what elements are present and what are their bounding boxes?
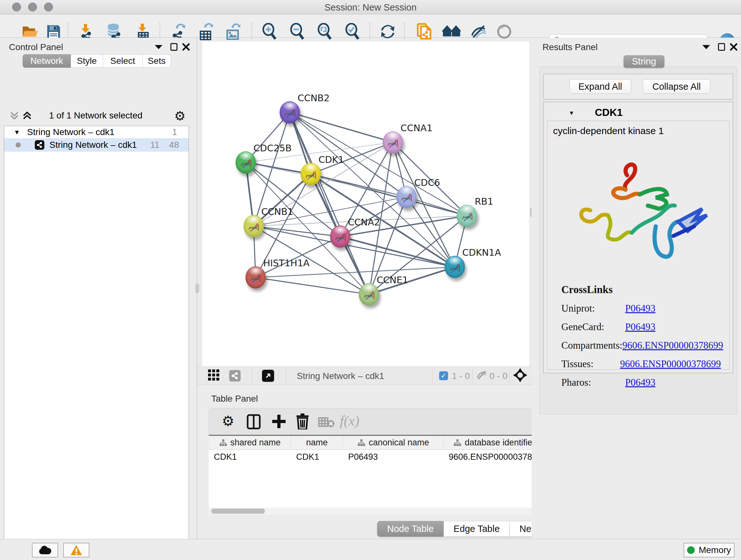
delete-table-icon bbox=[318, 417, 335, 429]
network-node-ccna1[interactable] bbox=[383, 131, 403, 153]
function-builder-icon: f(x) bbox=[340, 413, 359, 429]
zoom-out-icon[interactable] bbox=[289, 23, 306, 42]
zoom-selected-icon[interactable] bbox=[345, 23, 360, 42]
network-node-ccne1[interactable] bbox=[359, 283, 379, 306]
tab-select[interactable]: Select bbox=[103, 54, 143, 68]
hide-selected-icon[interactable] bbox=[470, 24, 487, 40]
table-cell[interactable]: CDK1 bbox=[209, 450, 291, 464]
string-results-tab[interactable]: String bbox=[623, 55, 664, 68]
results-panel-float-button[interactable] bbox=[701, 42, 712, 52]
network-node-cdkn1a[interactable] bbox=[445, 256, 465, 278]
collection-expand-arrow-icon[interactable]: ▼ bbox=[14, 129, 20, 136]
network-list: ▼ String Network – cdk1 1 String Network… bbox=[4, 126, 189, 560]
network-name: String Network – cdk1 bbox=[50, 140, 137, 150]
gene-collapse-arrow-icon[interactable]: ▼ bbox=[569, 110, 575, 117]
toolbar-separator bbox=[369, 23, 370, 39]
column-header-canonical-name[interactable]: canonical name bbox=[343, 436, 444, 449]
network-node-ccna2[interactable] bbox=[330, 226, 350, 248]
network-node-hist1h1a[interactable] bbox=[246, 266, 266, 289]
memory-button[interactable]: Memory bbox=[684, 543, 735, 557]
table-cell[interactable]: CDK1 bbox=[291, 450, 343, 464]
title-bar: Session: New Session bbox=[0, 0, 741, 14]
expand-all-networks-icon[interactable] bbox=[22, 111, 32, 122]
crosslink-genecard-link[interactable]: P06493 bbox=[625, 321, 656, 333]
zoom-fit-icon[interactable] bbox=[317, 23, 333, 42]
table-cell[interactable]: P06493 bbox=[343, 450, 444, 464]
collapse-all-button[interactable]: Collapse All bbox=[643, 79, 711, 94]
current-network-dot-icon bbox=[16, 142, 21, 147]
expand-all-button[interactable]: Expand All bbox=[569, 79, 631, 94]
selected-checkbox-icon[interactable]: ✓ bbox=[439, 371, 448, 380]
close-icon bbox=[182, 43, 190, 51]
memory-status-dot-icon bbox=[687, 546, 695, 554]
zoom-in-icon[interactable] bbox=[262, 23, 278, 42]
results-panel-maximize-button[interactable] bbox=[716, 42, 727, 52]
cloud-status-button[interactable] bbox=[32, 543, 58, 557]
tab-style[interactable]: Style bbox=[71, 54, 103, 68]
protein-thumbnail-icon bbox=[459, 209, 475, 225]
column-header-shared-name[interactable]: shared name bbox=[209, 436, 291, 449]
tab-edge-table[interactable]: Edge Table bbox=[444, 521, 510, 537]
scrollbar-thumb[interactable] bbox=[211, 509, 265, 514]
crosslink-row: Pharos:P06493 bbox=[561, 377, 721, 388]
left-splitter-handle[interactable] bbox=[195, 284, 199, 293]
gene-symbol: CDK1 bbox=[595, 107, 623, 118]
network-edge[interactable] bbox=[256, 277, 369, 294]
control-panel-float-button[interactable] bbox=[153, 42, 164, 52]
column-header-database-identifier[interactable]: database identifier bbox=[444, 436, 545, 449]
table-cell[interactable]: 9606.ENSP00000378699 bbox=[444, 450, 545, 464]
network-edge[interactable] bbox=[256, 237, 340, 277]
network-view-mode-icon[interactable] bbox=[229, 370, 241, 381]
network-node-cdc25b[interactable] bbox=[235, 151, 256, 174]
crosslink-tissues-link[interactable]: 9606.ENSP00000378699 bbox=[620, 358, 721, 370]
table-options-gear-icon[interactable]: ⚙ bbox=[222, 413, 234, 429]
export-table-icon[interactable] bbox=[198, 23, 214, 42]
crosslink-uniprot-link[interactable]: P06493 bbox=[625, 303, 656, 314]
protein-thumbnail-icon bbox=[385, 136, 401, 152]
tab-sets[interactable]: Sets bbox=[143, 54, 171, 68]
protein-thumbnail-icon bbox=[282, 106, 298, 122]
crosslink-pharos-link[interactable]: P06493 bbox=[625, 377, 656, 388]
control-panel-close-button[interactable] bbox=[181, 42, 192, 52]
network-options-gear-icon[interactable]: ⚙ bbox=[174, 109, 186, 123]
export-image-icon[interactable] bbox=[225, 23, 241, 41]
results-panel-close-button[interactable] bbox=[728, 42, 739, 52]
network-node-ccnb2[interactable] bbox=[280, 101, 300, 124]
refresh-icon[interactable] bbox=[380, 24, 396, 41]
delete-column-trash-icon[interactable] bbox=[296, 414, 309, 431]
birds-eye-view-icon[interactable] bbox=[513, 368, 527, 383]
create-column-icon[interactable] bbox=[272, 414, 286, 430]
network-edge[interactable] bbox=[311, 174, 467, 215]
warnings-button[interactable] bbox=[63, 543, 89, 557]
crosslink-row: Tissues:9606.ENSP00000378699 bbox=[561, 358, 721, 370]
warning-icon bbox=[70, 544, 83, 556]
column-namespace-icon bbox=[357, 439, 365, 447]
network-node-cdc6[interactable] bbox=[396, 186, 417, 208]
network-collection-row[interactable]: ▼ String Network – cdk1 1 bbox=[4, 126, 189, 138]
eye-icon[interactable] bbox=[497, 24, 512, 40]
crosslink-compartments-link[interactable]: 9606.ENSP00000378699 bbox=[622, 340, 723, 351]
network-node-rb1[interactable] bbox=[457, 205, 477, 227]
show-columns-icon[interactable] bbox=[247, 414, 261, 431]
column-header-name[interactable]: name bbox=[291, 436, 343, 449]
network-node-cdk1[interactable] bbox=[300, 163, 321, 185]
protein-thumbnail-icon bbox=[302, 168, 319, 184]
clone-network-icon[interactable] bbox=[416, 23, 432, 42]
show-all-icon[interactable] bbox=[442, 25, 461, 40]
collapse-all-networks-icon[interactable] bbox=[10, 111, 19, 122]
collection-count: 1 bbox=[172, 127, 177, 137]
detach-view-icon[interactable] bbox=[262, 370, 274, 382]
tab-node-table[interactable]: Node Table bbox=[377, 521, 444, 537]
network-canvas[interactable]: CCNB2CCNA1CDC25BCDK1CDC6RB1CCNB1CCNA2CDK… bbox=[202, 42, 529, 367]
node-label-ccnb2: CCNB2 bbox=[297, 92, 330, 104]
network-node-count: 11 bbox=[150, 140, 159, 150]
network-row-selected[interactable]: String Network – cdk1 11 48 bbox=[4, 138, 189, 152]
collection-name: String Network – cdk1 bbox=[27, 127, 115, 137]
network-edge[interactable] bbox=[290, 112, 467, 216]
control-panel-maximize-button[interactable] bbox=[169, 42, 179, 52]
crosslink-label: Pharos: bbox=[561, 377, 625, 388]
tab-network[interactable]: Network bbox=[23, 54, 71, 68]
hidden-count: 0 - 0 bbox=[489, 371, 508, 381]
network-node-ccnb1[interactable] bbox=[244, 215, 264, 237]
grid-view-icon[interactable] bbox=[208, 369, 219, 382]
